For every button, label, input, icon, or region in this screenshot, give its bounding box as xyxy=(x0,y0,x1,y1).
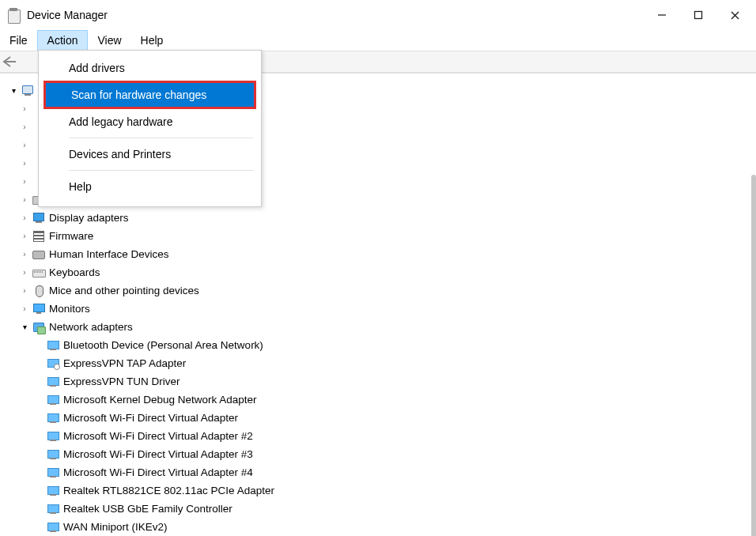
menu-help[interactable]: Help xyxy=(131,30,173,51)
tree-device-item[interactable]: Microsoft Wi-Fi Direct Virtual Adapter #… xyxy=(8,427,756,445)
tree-device-item[interactable]: ExpressVPN TUN Driver xyxy=(8,372,756,391)
tree-device-item[interactable]: Microsoft Wi-Fi Direct Virtual Adapter #… xyxy=(8,445,756,463)
menu-item-devices-and-printers[interactable]: Devices and Printers xyxy=(39,142,261,167)
menu-action[interactable]: Action xyxy=(37,30,89,51)
title-bar: Device Manager xyxy=(0,0,756,30)
network-icon xyxy=(32,321,46,334)
tree-device-item[interactable]: Microsoft Kernel Debug Network Adapter xyxy=(8,391,756,409)
display-icon xyxy=(32,212,46,225)
menu-separator xyxy=(69,138,253,138)
chevron-right-icon[interactable]: › xyxy=(19,195,30,204)
chevron-right-icon[interactable]: › xyxy=(19,304,30,313)
chevron-right-icon[interactable]: › xyxy=(19,250,30,259)
menu-view[interactable]: View xyxy=(88,30,130,51)
tree-category[interactable]: › Mice and other pointing devices xyxy=(8,281,756,300)
tree-device-item[interactable]: Bluetooth Device (Personal Area Network) xyxy=(8,336,756,354)
network-adapter-icon xyxy=(46,357,60,370)
tree-device-label: Microsoft Wi-Fi Direct Virtual Adapter xyxy=(63,412,238,424)
network-adapter-icon xyxy=(46,521,60,534)
menu-separator xyxy=(69,170,253,171)
network-adapter-icon xyxy=(46,503,60,515)
menu-item-add-legacy-hardware[interactable]: Add legacy hardware xyxy=(39,109,261,134)
network-adapter-icon xyxy=(46,339,60,352)
menu-item-add-drivers[interactable]: Add drivers xyxy=(39,55,261,81)
menu-item-help[interactable]: Help xyxy=(39,174,261,199)
network-adapter-icon xyxy=(46,430,60,443)
tree-device-item[interactable]: Microsoft Wi-Fi Direct Virtual Adapter #… xyxy=(8,463,756,481)
svg-rect-1 xyxy=(695,12,702,19)
chevron-right-icon[interactable]: › xyxy=(19,268,30,277)
tree-device-item[interactable]: Realtek USB GbE Family Controller xyxy=(8,500,756,518)
network-adapter-icon xyxy=(46,485,60,497)
chevron-right-icon[interactable]: › xyxy=(19,123,30,131)
tree-device-label: Microsoft Kernel Debug Network Adapter xyxy=(63,394,257,406)
chevron-right-icon[interactable]: › xyxy=(19,104,30,113)
scrollbar[interactable] xyxy=(751,175,756,536)
tree-category[interactable]: › Keyboards xyxy=(8,263,756,281)
chevron-down-icon[interactable]: ▾ xyxy=(19,323,30,331)
menu-file[interactable]: File xyxy=(0,30,37,51)
tree-category-label: Human Interface Devices xyxy=(49,248,169,260)
chevron-right-icon[interactable]: › xyxy=(19,141,30,149)
tree-category-label: Mice and other pointing devices xyxy=(49,285,199,296)
close-button[interactable] xyxy=(716,0,753,30)
action-menu-dropdown: Add driversScan for hardware changesAdd … xyxy=(38,50,262,207)
tree-device-label: WAN Miniport (IKEv2) xyxy=(63,521,168,533)
tree-device-label: Realtek USB GbE Family Controller xyxy=(63,503,232,515)
network-adapter-icon xyxy=(46,412,60,425)
chevron-right-icon[interactable]: › xyxy=(19,159,30,168)
tree-category-label: Firmware xyxy=(49,230,93,242)
tree-device-label: ExpressVPN TUN Driver xyxy=(63,376,180,387)
monitor-icon xyxy=(32,303,46,315)
tree-category[interactable]: › Display adapters xyxy=(8,209,756,227)
tree-device-label: Microsoft Wi-Fi Direct Virtual Adapter #… xyxy=(63,430,253,442)
tree-device-label: Microsoft Wi-Fi Direct Virtual Adapter #… xyxy=(63,466,253,478)
chevron-down-icon[interactable]: ▾ xyxy=(8,86,19,95)
tree-device-item[interactable]: Microsoft Wi-Fi Direct Virtual Adapter xyxy=(8,409,756,427)
menu-item-scan-for-hardware-changes[interactable]: Scan for hardware changes xyxy=(43,81,256,109)
tree-device-item[interactable]: WAN Miniport (IKEv2) xyxy=(8,518,756,536)
maximize-button[interactable] xyxy=(680,0,716,30)
tree-device-label: Microsoft Wi-Fi Direct Virtual Adapter #… xyxy=(63,448,253,460)
back-icon[interactable] xyxy=(0,54,19,70)
tree-category-label: Network adapters xyxy=(49,321,133,333)
network-adapter-icon xyxy=(46,448,60,461)
minimize-button[interactable] xyxy=(644,0,680,30)
hid-icon xyxy=(32,248,46,261)
mouse-icon xyxy=(32,285,46,297)
tree-device-item[interactable]: ExpressVPN TAP Adapter xyxy=(8,354,756,372)
app-icon xyxy=(6,6,21,24)
tree-category[interactable]: › Monitors xyxy=(8,300,756,318)
keyboard-icon xyxy=(32,266,46,279)
tree-device-label: Bluetooth Device (Personal Area Network) xyxy=(63,339,263,351)
network-adapter-icon xyxy=(46,394,60,406)
tree-category-label: Keyboards xyxy=(49,266,100,278)
firmware-icon xyxy=(32,230,46,243)
network-adapter-icon xyxy=(46,376,60,388)
tree-category-label: Monitors xyxy=(49,303,90,315)
tree-device-item[interactable]: Realtek RTL8821CE 802.11ac PCIe Adapter xyxy=(8,481,756,500)
chevron-right-icon[interactable]: › xyxy=(19,213,30,222)
menu-bar: File Action View Help xyxy=(0,30,756,51)
window-controls xyxy=(644,0,753,30)
chevron-right-icon[interactable]: › xyxy=(19,286,30,295)
chevron-right-icon[interactable]: › xyxy=(19,232,30,240)
network-adapter-icon xyxy=(46,466,60,479)
tree-category[interactable]: › Human Interface Devices xyxy=(8,245,756,263)
tree-device-label: ExpressVPN TAP Adapter xyxy=(63,357,186,369)
window-title: Device Manager xyxy=(27,9,108,21)
tree-category-network[interactable]: ▾ Network adapters xyxy=(8,318,756,336)
computer-icon xyxy=(21,85,35,97)
tree-device-label: Realtek RTL8821CE 802.11ac PCIe Adapter xyxy=(63,485,274,496)
chevron-right-icon[interactable]: › xyxy=(19,177,30,186)
tree-category-label: Display adapters xyxy=(49,212,129,224)
tree-category[interactable]: › Firmware xyxy=(8,227,756,245)
